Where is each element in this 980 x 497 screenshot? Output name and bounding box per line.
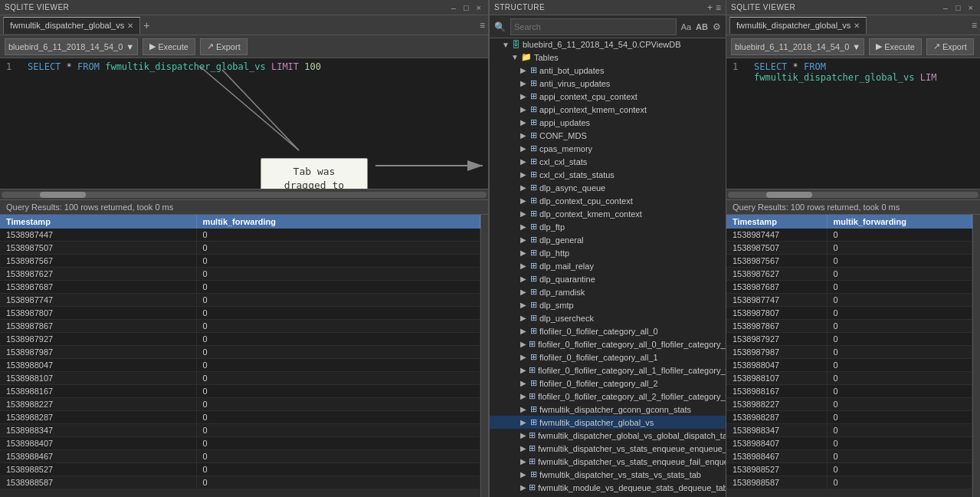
tree-table-item[interactable]: ▶ ⊞ flofiler_0_flofiler_category_all_0_f…: [490, 337, 726, 351]
table-row[interactable]: 15389881070: [726, 372, 972, 385]
right-tab-close-icon[interactable]: ✕: [854, 21, 860, 30]
tree-table-item[interactable]: ▶ ⊞ flofiler_0_flofiler_category_all_2_f…: [490, 390, 726, 403]
table-row[interactable]: 15389882270: [0, 398, 480, 411]
table-row[interactable]: 15389883470: [0, 424, 480, 437]
tree-table-arrow[interactable]: ▶: [520, 314, 528, 322]
tree-table-item[interactable]: ▶ ⊞ dlp_context_cpu_context: [490, 194, 726, 207]
right-db-dropdown-icon[interactable]: ▼: [852, 42, 860, 51]
tree-tables-group[interactable]: ▼ 📁 Tables: [490, 51, 726, 64]
table-row[interactable]: 15389880470: [0, 359, 480, 372]
left-h-scroll-track[interactable]: [2, 192, 487, 198]
left-restore-btn[interactable]: □: [461, 3, 471, 12]
tree-table-arrow[interactable]: ▶: [520, 183, 528, 192]
tree-gear-icon[interactable]: ⚙: [713, 21, 721, 32]
tree-table-arrow[interactable]: ▶: [520, 275, 528, 283]
tree-table-item[interactable]: ▶ ⊞ fw_bothfin_stats_bothfin_pkts_tab: [490, 494, 726, 497]
tree-table-arrow[interactable]: ▶: [520, 483, 526, 492]
right-v-scrollbar[interactable]: [972, 215, 980, 497]
tree-table-item[interactable]: ▶ ⊞ dlp_mail_relay: [490, 259, 726, 272]
tree-container[interactable]: ▼ 🗄 bluebird_6_11_2018_14_54_0.CPViewDB …: [490, 38, 726, 497]
tree-table-arrow[interactable]: ▶: [520, 288, 528, 296]
tree-table-arrow[interactable]: ▶: [520, 248, 528, 257]
tree-table-item[interactable]: ▶ ⊞ dlp_general: [490, 233, 726, 246]
left-h-scroll[interactable]: [0, 189, 488, 199]
right-h-scroll-track[interactable]: [728, 192, 978, 198]
table-row[interactable]: 15389879870: [726, 346, 972, 359]
table-row[interactable]: 15389884070: [0, 437, 480, 450]
tree-table-arrow[interactable]: ▶: [520, 144, 528, 153]
tree-table-item[interactable]: ▶ ⊞ dlp_http: [490, 246, 726, 259]
tree-table-arrow[interactable]: ▶: [520, 353, 528, 361]
table-row[interactable]: 15389875070: [726, 242, 972, 255]
table-row[interactable]: 15389884670: [726, 450, 972, 463]
tree-table-arrow[interactable]: ▶: [520, 470, 528, 479]
tree-table-item[interactable]: ▶ ⊞ fwmultik_dispatcher_vs_stats_enqueue…: [490, 442, 726, 455]
right-tab-active[interactable]: fwmultik_dispatcher_global_vs ✕: [729, 17, 867, 34]
table-row[interactable]: 15389876870: [726, 281, 972, 294]
table-row[interactable]: 15389877470: [0, 294, 480, 307]
table-row[interactable]: 15389881670: [0, 385, 480, 398]
tree-table-arrow[interactable]: ▶: [520, 366, 526, 374]
table-row[interactable]: 15389876870: [0, 281, 480, 294]
right-restore-btn[interactable]: □: [953, 3, 963, 12]
tree-table-arrow[interactable]: ▶: [520, 301, 528, 309]
table-row[interactable]: 15389878670: [0, 320, 480, 333]
left-execute-btn[interactable]: ▶ Execute: [143, 38, 195, 55]
table-row[interactable]: 15389882870: [726, 411, 972, 424]
table-row[interactable]: 15389879270: [0, 333, 480, 346]
tree-collapse-icon[interactable]: ≡: [716, 2, 721, 13]
table-row[interactable]: 15389884070: [726, 437, 972, 450]
tree-ab-btn[interactable]: AB: [696, 22, 708, 31]
left-db-selector[interactable]: bluebird_6_11_2018_14_54_0 ▼: [5, 38, 138, 55]
tree-table-item[interactable]: ▶ ⊞ fwmultik_module_vs_dequeue_stats_deq…: [490, 481, 726, 494]
left-h-scroll-thumb[interactable]: [40, 192, 86, 198]
table-row[interactable]: 15389885270: [0, 463, 480, 476]
tree-table-item[interactable]: ▶ ⊞ dlp_async_queue: [490, 181, 726, 194]
tree-table-item[interactable]: ▶ ⊞ cxl_cxl_stats: [490, 155, 726, 168]
tree-aa-btn[interactable]: Aa: [681, 22, 691, 31]
left-tab-add-btn[interactable]: +: [140, 19, 152, 31]
table-row[interactable]: 15389878070: [726, 307, 972, 320]
tree-table-item[interactable]: ▶ ⊞ fwmultik_dispatcher_global_vs_global…: [490, 429, 726, 442]
table-row[interactable]: 15389885870: [0, 476, 480, 489]
table-row[interactable]: 15389878670: [726, 320, 972, 333]
tree-table-item[interactable]: ▶ ⊞ appi_context_kmem_context: [490, 103, 726, 116]
tree-table-arrow[interactable]: ▶: [520, 392, 526, 400]
tree-search-input[interactable]: [510, 18, 677, 35]
table-row[interactable]: 15389882870: [0, 411, 480, 424]
tree-table-item[interactable]: ▶ ⊞ anti_virus_updates: [490, 77, 726, 90]
tree-table-item[interactable]: ▶ ⊞ dlp_ftp: [490, 220, 726, 233]
right-minimize-btn[interactable]: –: [941, 3, 950, 12]
table-row[interactable]: 15389874470: [726, 229, 972, 242]
tree-table-arrow[interactable]: ▶: [520, 222, 528, 231]
tree-table-item[interactable]: ▶ ⊞ flofiler_0_flofiler_category_all_1_f…: [490, 364, 726, 377]
table-row[interactable]: 15389874470: [0, 229, 480, 242]
tree-table-arrow[interactable]: ▶: [520, 457, 526, 466]
tree-table-item[interactable]: ▶ ⊞ dlp_ramdisk: [490, 285, 726, 298]
right-h-scroll-thumb[interactable]: [766, 192, 812, 198]
left-tab-close-icon[interactable]: ✕: [127, 21, 133, 30]
tree-table-item[interactable]: ▶ ⊞ fwmultik_dispatcher_global_vs: [490, 416, 726, 429]
table-row[interactable]: 15389879270: [726, 333, 972, 346]
left-editor[interactable]: 1 SELECT * FROM fwmultik_dispatcher_glob…: [0, 58, 488, 189]
table-row[interactable]: 15389885870: [726, 476, 972, 489]
table-row[interactable]: 15389879870: [0, 346, 480, 359]
table-row[interactable]: 15389875670: [0, 255, 480, 268]
table-row[interactable]: 15389876270: [726, 268, 972, 281]
table-row[interactable]: 15389885270: [726, 463, 972, 476]
tree-table-item[interactable]: ▶ ⊞ appi_updates: [490, 116, 726, 129]
tree-table-item[interactable]: ▶ ⊞ flofiler_0_flofiler_category_all_2: [490, 377, 726, 390]
left-tab-active[interactable]: fwmultik_dispatcher_global_vs ✕: [3, 17, 140, 34]
tree-table-arrow[interactable]: ▶: [520, 105, 528, 114]
tree-table-arrow[interactable]: ▶: [520, 405, 528, 413]
tree-db-item[interactable]: ▼ 🗄 bluebird_6_11_2018_14_54_0.CPViewDB: [490, 38, 726, 51]
tree-table-arrow[interactable]: ▶: [520, 170, 528, 179]
tree-table-arrow[interactable]: ▶: [520, 66, 528, 74]
tree-table-arrow[interactable]: ▶: [520, 157, 528, 166]
tree-table-arrow[interactable]: ▶: [520, 235, 528, 244]
tree-table-item[interactable]: ▶ ⊞ dlp_usercheck: [490, 311, 726, 324]
left-close-btn[interactable]: ×: [474, 3, 483, 12]
table-row[interactable]: 15389878070: [0, 307, 480, 320]
right-tab-bar-collapse-icon[interactable]: ≡: [972, 20, 977, 31]
tree-table-item[interactable]: ▶ ⊞ flofiler_0_flofiler_category_all_1: [490, 351, 726, 364]
